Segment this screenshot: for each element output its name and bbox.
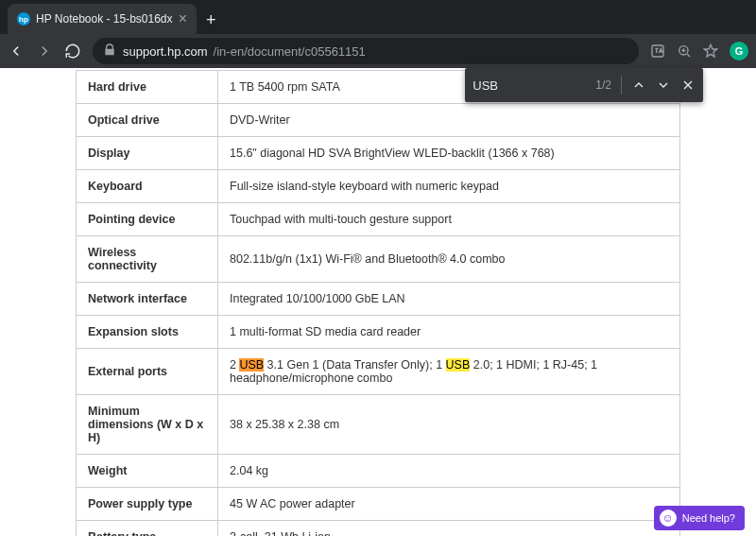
browser-toolbar: support.hp.com/in-en/document/c05561151 …: [0, 34, 756, 68]
address-bar[interactable]: support.hp.com/in-en/document/c05561151: [93, 38, 639, 64]
url-path: /in-en/document/c05561151: [214, 44, 366, 59]
table-row: Pointing deviceTouchpad with multi-touch…: [77, 203, 680, 236]
table-row: Battery type3-cell, 31 Wh Li-ion: [77, 521, 680, 537]
spec-label: Battery type: [77, 521, 218, 537]
spec-label: Wireless connectivity: [77, 236, 218, 283]
new-tab-button[interactable]: +: [197, 6, 226, 34]
spec-label: Power supply type: [77, 488, 218, 521]
spec-value: Touchpad with multi-touch gesture suppor…: [218, 203, 680, 236]
spec-label: Display: [77, 137, 218, 170]
browser-tab[interactable]: hp HP Notebook - 15-bs016dx Prod ×: [8, 4, 197, 34]
spec-label: Minimum dimensions (W x D x H): [77, 395, 218, 455]
spec-value: 45 W AC power adapter: [218, 488, 680, 521]
bookmark-icon[interactable]: [703, 43, 718, 59]
spec-label: Pointing device: [77, 203, 218, 236]
spec-value: Full-size island-style keyboard with num…: [218, 170, 680, 203]
spec-value: 1 multi-format SD media card reader: [218, 316, 680, 349]
find-highlight: USB: [446, 358, 471, 372]
table-row: Expansion slots1 multi-format SD media c…: [77, 316, 680, 349]
spec-value: 2.04 kg: [218, 455, 680, 488]
find-highlight: USB: [239, 358, 264, 372]
spec-label: Weight: [77, 455, 218, 488]
divider: [621, 76, 622, 95]
reload-button[interactable]: [64, 43, 81, 60]
find-input[interactable]: USB: [472, 78, 586, 93]
spec-value: 15.6" diagonal HD SVA BrightView WLED-ba…: [218, 137, 680, 170]
table-row: External ports2 USB 3.1 Gen 1 (Data Tran…: [77, 349, 680, 395]
chat-avatar-icon: ☺: [660, 510, 677, 527]
table-row: Optical driveDVD-Writer: [77, 104, 680, 137]
spec-value: 802.11b/g/n (1x1) Wi-Fi® and Bluetooth® …: [218, 236, 680, 283]
table-row: Display15.6" diagonal HD SVA BrightView …: [77, 137, 680, 170]
find-count: 1/2: [595, 78, 611, 92]
tab-strip: hp HP Notebook - 15-bs016dx Prod × +: [0, 0, 756, 34]
spec-label: Expansion slots: [77, 316, 218, 349]
spec-value: 3-cell, 31 Wh Li-ion: [218, 521, 680, 537]
table-row: Network interfaceIntegrated 10/100/1000 …: [77, 283, 680, 316]
back-button[interactable]: [8, 43, 25, 60]
table-row: Power supply type45 W AC power adapter: [77, 488, 680, 521]
close-tab-icon[interactable]: ×: [179, 11, 187, 26]
url-host: support.hp.com: [123, 44, 208, 59]
tab-title: HP Notebook - 15-bs016dx Prod: [36, 12, 173, 26]
spec-label: Hard drive: [77, 71, 218, 104]
find-next-button[interactable]: [656, 78, 671, 93]
need-help-button[interactable]: ☺ Need help?: [654, 506, 745, 530]
spec-label: External ports: [77, 349, 218, 395]
table-row: Minimum dimensions (W x D x H)38 x 25.38…: [77, 395, 680, 455]
spec-value: Integrated 10/100/1000 GbE LAN: [218, 283, 680, 316]
zoom-icon[interactable]: [677, 43, 692, 59]
find-close-button[interactable]: [680, 78, 696, 93]
spec-value: 38 x 25.38 x 2.38 cm: [218, 395, 680, 455]
spec-value: DVD-Writer: [218, 104, 680, 137]
spec-label: Keyboard: [77, 170, 218, 203]
forward-button[interactable]: [36, 43, 53, 60]
spec-value: 2 USB 3.1 Gen 1 (Data Transfer Only); 1 …: [218, 349, 680, 395]
spec-label: Network interface: [77, 283, 218, 316]
specifications-table: Hard drive1 TB 5400 rpm SATAOptical driv…: [76, 70, 680, 536]
find-prev-button[interactable]: [631, 78, 646, 93]
page-viewport: Hard drive1 TB 5400 rpm SATAOptical driv…: [0, 68, 756, 536]
table-row: Wireless connectivity802.11b/g/n (1x1) W…: [77, 236, 680, 283]
hp-favicon-icon: hp: [17, 12, 30, 26]
find-in-page-bar: USB 1/2: [465, 68, 703, 102]
table-row: KeyboardFull-size island-style keyboard …: [77, 170, 680, 203]
spec-label: Optical drive: [77, 104, 218, 137]
need-help-label: Need help?: [682, 512, 735, 524]
translate-icon[interactable]: [650, 43, 665, 59]
table-row: Weight2.04 kg: [77, 455, 680, 488]
lock-icon: [102, 43, 117, 61]
grammarly-extension-icon[interactable]: G: [730, 42, 748, 61]
